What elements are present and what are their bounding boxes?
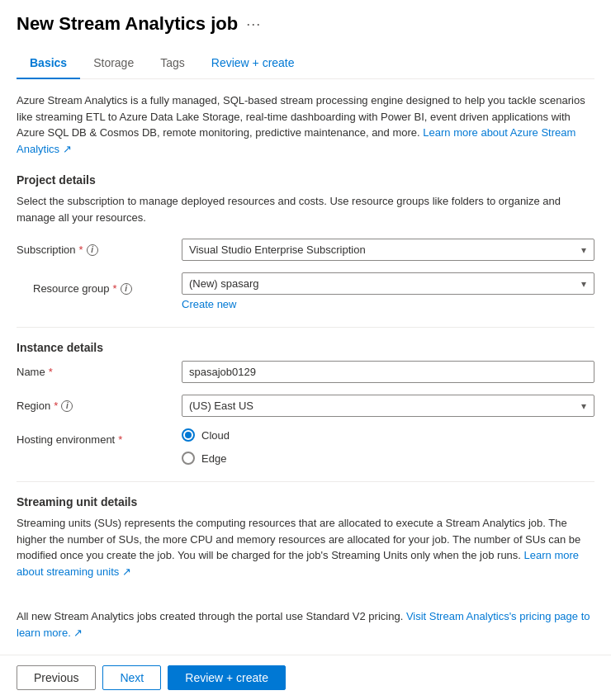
more-options-icon[interactable]: ···: [246, 16, 261, 33]
name-field-row: Name *: [17, 361, 594, 383]
name-input[interactable]: [182, 361, 594, 383]
tab-basics[interactable]: Basics: [17, 48, 80, 79]
region-info-icon[interactable]: i: [61, 400, 73, 412]
streaming-unit-header: Streaming unit details: [17, 495, 594, 508]
resource-group-input: (New) spasarg Create new: [182, 272, 594, 310]
name-input-wrapper: [182, 361, 594, 383]
bottom-navigation-bar: Previous Next Review + create: [0, 655, 611, 700]
resource-group-dropdown[interactable]: (New) spasarg: [182, 272, 594, 295]
streaming-description-2: All new Stream Analytics jobs created th…: [17, 608, 594, 641]
rg-required: *: [113, 282, 117, 295]
radio-cloud-label: Cloud: [201, 429, 230, 442]
previous-button[interactable]: Previous: [17, 665, 96, 690]
external-link-icon: ↗: [63, 143, 72, 155]
radio-edge[interactable]: Edge: [182, 452, 594, 465]
subscription-info-icon[interactable]: i: [87, 244, 98, 256]
region-field-row: Region * i (US) East US: [17, 395, 594, 417]
radio-edge-label: Edge: [201, 452, 226, 465]
region-dropdown[interactable]: (US) East US: [182, 395, 594, 417]
tab-tags[interactable]: Tags: [147, 48, 198, 79]
streaming-unit-section: Streaming unit details Streaming units (…: [17, 495, 594, 641]
tab-bar: Basics Storage Tags Review + create: [17, 48, 594, 79]
project-details-header: Project details: [17, 173, 594, 187]
region-label: Region * i: [17, 395, 182, 412]
hosting-options: Cloud Edge: [182, 428, 594, 465]
pricing-external-link-icon: ↗: [73, 627, 83, 639]
rg-info-icon[interactable]: i: [121, 283, 132, 295]
radio-cloud-btn: [182, 428, 195, 442]
hosting-radio-group: Cloud Edge: [182, 428, 594, 465]
region-required: *: [54, 400, 58, 412]
resource-group-field-row: Resource group * i (New) spasarg Create …: [17, 272, 594, 310]
hosting-required: *: [118, 433, 122, 446]
subscription-dropdown[interactable]: Visual Studio Enterprise Subscription: [182, 239, 594, 261]
instance-details-section: Instance details Name * Region * i: [17, 341, 594, 465]
review-create-button[interactable]: Review + create: [168, 665, 286, 690]
hosting-label: Hosting environment *: [17, 428, 182, 446]
name-required: *: [49, 366, 53, 378]
tab-storage[interactable]: Storage: [80, 48, 147, 79]
subscription-label: Subscription * i: [17, 239, 182, 256]
name-label: Name *: [17, 361, 182, 378]
instance-details-header: Instance details: [17, 341, 594, 354]
subscription-input: Visual Studio Enterprise Subscription: [182, 239, 594, 261]
page-description: Azure Stream Analytics is a fully manage…: [17, 92, 594, 157]
radio-cloud[interactable]: Cloud: [182, 428, 594, 442]
tab-review-create[interactable]: Review + create: [198, 48, 308, 79]
hosting-field-row: Hosting environment * Cloud Edge: [17, 428, 594, 465]
section-divider: [17, 327, 594, 328]
streaming-description-1: Streaming units (SUs) represents the com…: [17, 515, 594, 579]
next-button[interactable]: Next: [102, 665, 161, 690]
create-new-link[interactable]: Create new: [182, 298, 236, 310]
resource-group-label-area: Resource group * i: [17, 272, 182, 295]
subscription-field-row: Subscription * i Visual Studio Enterpris…: [17, 239, 594, 261]
section-divider-2: [17, 481, 594, 482]
project-details-section: Project details Select the subscription …: [17, 173, 594, 310]
streaming-external-link-icon: ↗: [122, 565, 131, 578]
page-title: New Stream Analytics job: [17, 13, 238, 35]
radio-edge-btn: [182, 452, 195, 465]
subscription-required: *: [79, 244, 83, 256]
project-details-subtext: Select the subscription to manage deploy…: [17, 193, 594, 225]
region-input-wrapper: (US) East US: [182, 395, 594, 417]
